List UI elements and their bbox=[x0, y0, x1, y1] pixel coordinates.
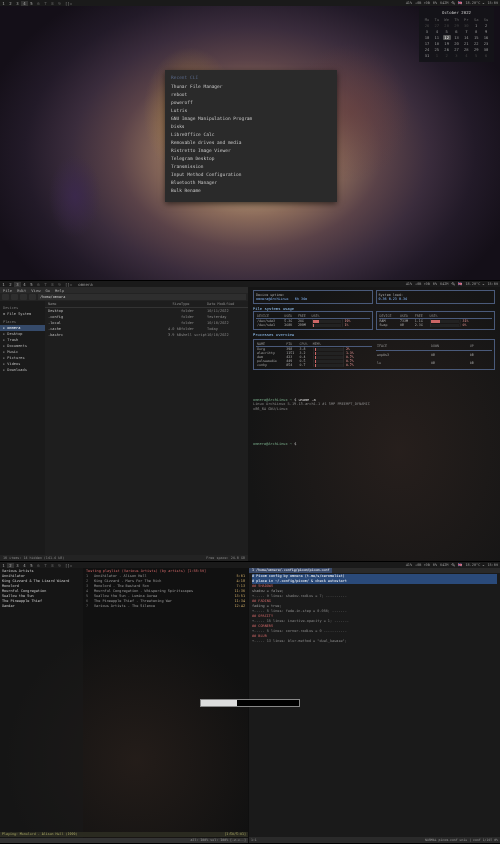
launcher-item[interactable]: GNU Image Manipulation Program bbox=[171, 115, 331, 123]
status-temp: 18.20°C ☁ bbox=[465, 282, 484, 286]
calendar-day[interactable]: 16 bbox=[482, 35, 490, 40]
editor-tab[interactable]: 1 /home/omnera/.config/picom/picom.conf bbox=[249, 568, 332, 573]
calendar-day[interactable]: 9 bbox=[482, 29, 490, 34]
launcher-item[interactable]: LibreOffice Calc bbox=[171, 131, 331, 139]
workspace-tag-8[interactable]: 8 bbox=[49, 282, 56, 287]
calendar-day[interactable]: 31 bbox=[423, 53, 431, 58]
calendar-day[interactable]: 12 bbox=[443, 35, 451, 40]
calendar-day[interactable]: 30 bbox=[482, 47, 490, 52]
calendar-day[interactable]: 29 bbox=[472, 47, 480, 52]
workspace-tag-4[interactable]: 4 bbox=[21, 282, 28, 287]
calendar-day[interactable]: 21 bbox=[462, 41, 470, 46]
calendar-day[interactable]: 26 bbox=[443, 47, 451, 52]
fm-statusbar: 16 items: 14 hidden (141.4 kB) Free spac… bbox=[0, 555, 248, 561]
up-button[interactable] bbox=[20, 294, 27, 300]
fm-file-list[interactable]: NameSizeTypeDate Modified Desktopfolder1… bbox=[45, 301, 248, 555]
calendar-day[interactable]: 24 bbox=[423, 47, 431, 52]
workspace-tag-5[interactable]: 5 bbox=[28, 282, 35, 287]
layout-indicator[interactable]: []= bbox=[65, 282, 72, 287]
calendar-day[interactable]: 11 bbox=[433, 35, 441, 40]
launcher-item[interactable]: Telegram Desktop bbox=[171, 155, 331, 163]
column-header[interactable]: Size bbox=[157, 302, 181, 306]
calendar-day[interactable]: 18 bbox=[433, 41, 441, 46]
workspace-tag-4[interactable]: 4 bbox=[21, 563, 28, 568]
calendar-day[interactable]: 17 bbox=[423, 41, 431, 46]
column-header[interactable]: Name bbox=[48, 302, 157, 306]
launcher-item[interactable]: Bluetooth Manager bbox=[171, 179, 331, 187]
calendar-day[interactable]: 14 bbox=[462, 35, 470, 40]
workspace-tag-3[interactable]: 3 bbox=[14, 1, 21, 6]
launcher-item[interactable]: Bulk Rename bbox=[171, 187, 331, 195]
track-row[interactable]: 7Various Artists - The Silence12:42 bbox=[86, 604, 245, 609]
calendar-day[interactable]: 15 bbox=[472, 35, 480, 40]
calendar-day[interactable]: 27 bbox=[453, 47, 461, 52]
workspace-tag-1[interactable]: 1 bbox=[0, 563, 7, 568]
launcher-item[interactable]: Lutris bbox=[171, 107, 331, 115]
path-bar[interactable]: /home/omnera bbox=[38, 294, 246, 300]
launcher-item[interactable]: Disks bbox=[171, 123, 331, 131]
calendar-day[interactable]: 25 bbox=[433, 47, 441, 52]
launcher-item[interactable]: Thunar File Manager bbox=[171, 83, 331, 91]
calendar-day[interactable]: 20 bbox=[453, 41, 461, 46]
workspace-tag-4[interactable]: 4 bbox=[21, 1, 28, 6]
workspace-tag-8[interactable]: 8 bbox=[49, 563, 56, 568]
calendar-day[interactable]: 8 bbox=[472, 29, 480, 34]
launcher-item[interactable]: Ristretto Image Viewer bbox=[171, 147, 331, 155]
layout-indicator[interactable]: []= bbox=[65, 563, 72, 568]
calendar-day[interactable]: 22 bbox=[472, 41, 480, 46]
workspace-tag-2[interactable]: 2 bbox=[7, 282, 14, 287]
forward-button[interactable] bbox=[11, 294, 18, 300]
status-mem: 642M bbox=[440, 563, 448, 567]
workspace-tag-7[interactable]: 7 bbox=[42, 282, 49, 287]
workspace-tag-7[interactable]: 7 bbox=[42, 1, 49, 6]
menu-view[interactable]: View bbox=[31, 288, 40, 293]
workspace-tag-9[interactable]: 9 bbox=[56, 563, 63, 568]
workspace-tag-6[interactable]: 6 bbox=[35, 1, 42, 6]
calendar-day[interactable]: 13 bbox=[453, 35, 461, 40]
workspace-tag-5[interactable]: 5 bbox=[28, 563, 35, 568]
workspace-tag-8[interactable]: 8 bbox=[49, 1, 56, 6]
workspace-tag-2[interactable]: 2 bbox=[7, 563, 14, 568]
menu-help[interactable]: Help bbox=[55, 288, 64, 293]
menu-edit[interactable]: Edit bbox=[17, 288, 26, 293]
calendar-day[interactable]: 28 bbox=[462, 47, 470, 52]
calendar-day[interactable]: 1 bbox=[472, 23, 480, 28]
launcher-item[interactable]: poweroff bbox=[171, 99, 331, 107]
calendar-day[interactable]: 23 bbox=[482, 41, 490, 46]
layout-indicator[interactable]: []= bbox=[65, 1, 72, 6]
workspace-tag-2[interactable]: 2 bbox=[7, 1, 14, 6]
workspace-tag-3[interactable]: 3 bbox=[14, 282, 21, 287]
calendar-day[interactable]: 4 bbox=[433, 29, 441, 34]
workspace-tag-3[interactable]: 3 bbox=[14, 563, 21, 568]
file-row[interactable]: .bashrc3.9 kBshell script10/10/2022 bbox=[45, 332, 248, 338]
workspace-tag-5[interactable]: 5 bbox=[28, 1, 35, 6]
launcher-item[interactable]: Input Method Configuration bbox=[171, 171, 331, 179]
calendar-day[interactable]: 19 bbox=[443, 41, 451, 46]
launcher-item[interactable]: reboot bbox=[171, 91, 331, 99]
calendar-day[interactable]: 3 bbox=[423, 29, 431, 34]
workspace-tag-1[interactable]: 1 bbox=[0, 1, 7, 6]
back-button[interactable] bbox=[2, 294, 9, 300]
column-header[interactable]: Type bbox=[181, 302, 207, 306]
menu-file[interactable]: File bbox=[3, 288, 12, 293]
workspace-tag-6[interactable]: 6 bbox=[35, 282, 42, 287]
menu-go[interactable]: Go bbox=[45, 288, 50, 293]
launcher-item[interactable]: Transmission bbox=[171, 163, 331, 171]
sidebar-item[interactable]: ▸ Downloads bbox=[3, 367, 42, 373]
calendar-day[interactable]: 5 bbox=[443, 29, 451, 34]
workspace-tag-9[interactable]: 9 bbox=[56, 282, 63, 287]
workspace-tag-9[interactable]: 9 bbox=[56, 1, 63, 6]
sidebar-item[interactable]: ⊡ File System bbox=[3, 311, 42, 317]
home-button[interactable] bbox=[29, 294, 36, 300]
calendar-day[interactable]: 10 bbox=[423, 35, 431, 40]
launcher-item[interactable]: Removable drives and media bbox=[171, 139, 331, 147]
calendar-day[interactable]: 6 bbox=[453, 29, 461, 34]
calendar-day[interactable]: 2 bbox=[482, 23, 490, 28]
workspace-tag-7[interactable]: 7 bbox=[42, 563, 49, 568]
calendar-day[interactable]: 7 bbox=[462, 29, 470, 34]
workspace-tag-1[interactable]: 1 bbox=[0, 282, 7, 287]
artist-item[interactable]: Xandar bbox=[2, 604, 81, 609]
workspace-tag-6[interactable]: 6 bbox=[35, 563, 42, 568]
column-header[interactable]: Date Modified bbox=[207, 302, 245, 306]
status-kb: 🇬🇧 bbox=[458, 282, 462, 286]
